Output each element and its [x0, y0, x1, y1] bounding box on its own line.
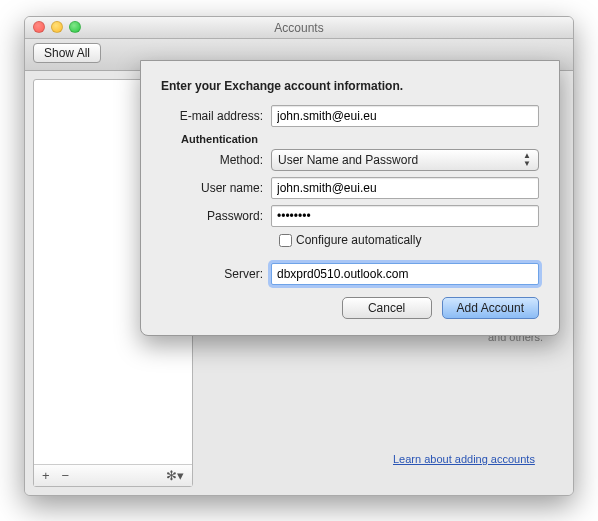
- server-field[interactable]: [271, 263, 539, 285]
- chevron-updown-icon: ▲▼: [520, 152, 534, 168]
- gear-icon[interactable]: ✻▾: [162, 468, 188, 483]
- add-account-button[interactable]: Add Account: [442, 297, 539, 319]
- email-label: E-mail address:: [161, 109, 271, 123]
- auth-section-label: Authentication: [181, 133, 539, 145]
- window-title: Accounts: [274, 21, 323, 35]
- add-account-icon[interactable]: +: [38, 468, 54, 483]
- password-label: Password:: [161, 209, 271, 223]
- titlebar: Accounts: [25, 17, 573, 39]
- learn-link[interactable]: Learn about adding accounts: [393, 453, 535, 465]
- method-label: Method:: [161, 153, 271, 167]
- configure-auto-checkbox[interactable]: [279, 234, 292, 247]
- show-all-button[interactable]: Show All: [33, 43, 101, 63]
- username-field[interactable]: [271, 177, 539, 199]
- sheet-heading: Enter your Exchange account information.: [161, 79, 539, 93]
- cancel-button[interactable]: Cancel: [342, 297, 432, 319]
- close-icon[interactable]: [33, 21, 45, 33]
- username-label: User name:: [161, 181, 271, 195]
- exchange-setup-sheet: Enter your Exchange account information.…: [140, 60, 560, 336]
- zoom-icon[interactable]: [69, 21, 81, 33]
- sidebar-footer: + − ✻▾: [34, 464, 192, 486]
- minimize-icon[interactable]: [51, 21, 63, 33]
- method-value: User Name and Password: [278, 153, 418, 167]
- password-field[interactable]: [271, 205, 539, 227]
- window-controls: [33, 21, 81, 33]
- server-label: Server:: [161, 267, 271, 281]
- method-select[interactable]: User Name and Password ▲▼: [271, 149, 539, 171]
- email-field[interactable]: [271, 105, 539, 127]
- configure-auto-label: Configure automatically: [296, 233, 421, 247]
- remove-account-icon[interactable]: −: [58, 468, 74, 483]
